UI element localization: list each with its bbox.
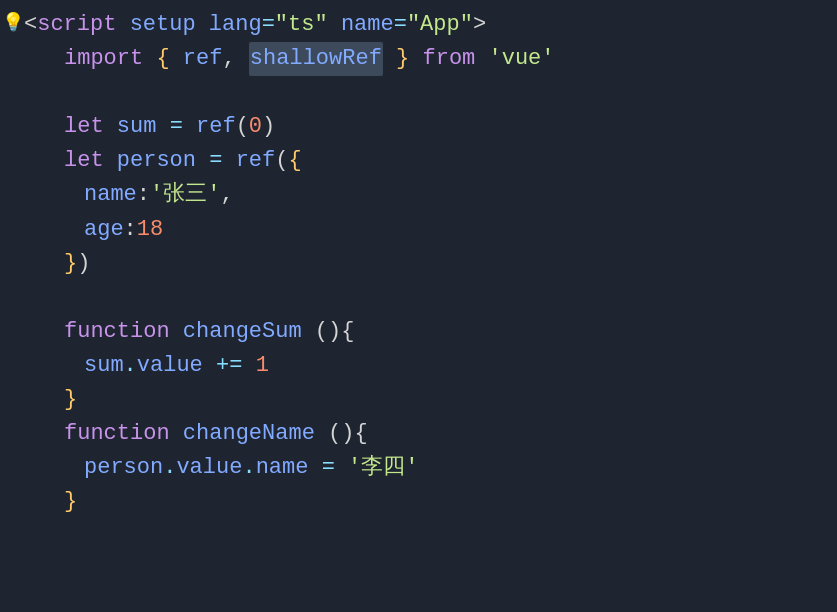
code-line: let sum = ref(0) <box>20 110 837 144</box>
code-line: sum.value += 1 <box>20 349 837 383</box>
code-line: function changeSum (){ <box>20 315 837 349</box>
code-line: name:'张三', <box>20 178 837 212</box>
bulb-icon: 💡 <box>2 10 24 38</box>
code-line: import { ref, shallowRef } from 'vue' <box>20 42 837 76</box>
code-line: <script setup lang="ts" name="App"> <box>20 8 837 42</box>
code-editor: 💡 <script setup lang="ts" name="App"> im… <box>0 0 837 612</box>
code-line: person.value.name = '李四' <box>20 451 837 485</box>
code-line: let person = ref({ <box>20 144 837 178</box>
code-line: }) <box>20 247 837 281</box>
code-line: age:18 <box>20 213 837 247</box>
code-line-empty <box>20 281 837 315</box>
code-line-empty <box>20 76 837 110</box>
code-line: function changeName (){ <box>20 417 837 451</box>
code-line: } <box>20 383 837 417</box>
code-line: } <box>20 485 837 519</box>
